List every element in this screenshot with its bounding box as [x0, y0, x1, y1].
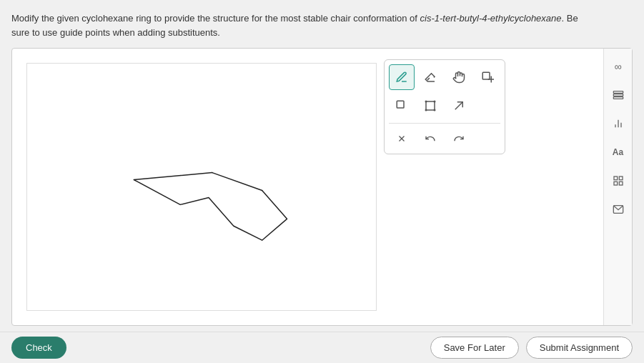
cancel-action-button[interactable]	[389, 128, 415, 149]
svg-rect-3	[397, 101, 404, 108]
chart-icon[interactable]	[608, 113, 629, 134]
svg-rect-25	[619, 182, 623, 185]
save-later-button[interactable]: Save For Later	[430, 337, 519, 359]
submit-assignment-button[interactable]: Submit Assignment	[526, 337, 633, 359]
svg-rect-23	[619, 176, 623, 180]
svg-rect-16	[613, 91, 623, 94]
instruction-before: Modify the given cyclohexane ring to pro…	[11, 13, 420, 24]
instruction-italic: cis-1-tert-butyl-4-ethylcyclohexane	[420, 13, 562, 24]
main-content: Modify the given cyclohexane ring to pro…	[0, 0, 644, 332]
toolbar-row-1	[389, 64, 500, 90]
toolbar-divider	[389, 123, 500, 124]
infinity-icon[interactable]: ∞	[608, 56, 629, 77]
mail-icon[interactable]	[608, 199, 629, 220]
text-aa-icon[interactable]: Aa	[608, 141, 629, 163]
ring-line	[212, 173, 262, 191]
svg-rect-24	[614, 182, 618, 185]
add-node-tool-button[interactable]	[475, 64, 500, 90]
pen-tool-button[interactable]	[389, 64, 415, 90]
svg-rect-22	[614, 176, 618, 180]
footer-bar: Check Save For Later Submit Assignment	[0, 332, 644, 363]
layers-icon[interactable]	[608, 84, 629, 106]
grid-icon[interactable]	[608, 170, 629, 192]
svg-point-12	[434, 109, 435, 111]
svg-rect-4	[426, 101, 435, 110]
resize-tool-button[interactable]	[417, 93, 443, 119]
svg-point-10	[434, 101, 435, 102]
ring-line2	[134, 173, 212, 180]
cyclohexane-shape	[134, 180, 287, 241]
toolbar-row-2	[389, 93, 500, 119]
svg-rect-18	[613, 97, 623, 99]
toolbar-actions-row	[389, 128, 500, 149]
svg-rect-0	[482, 72, 490, 79]
redo-action-button[interactable]	[446, 128, 472, 149]
arrow-tool-button[interactable]	[446, 93, 472, 119]
instruction-text: Modify the given cyclohexane ring to pro…	[11, 11, 633, 39]
select-tool-button[interactable]	[389, 93, 415, 119]
svg-point-9	[425, 101, 427, 102]
check-button[interactable]: Check	[11, 337, 66, 359]
canvas-area[interactable]	[26, 63, 377, 311]
undo-action-button[interactable]	[417, 128, 443, 149]
eraser-tool-button[interactable]	[417, 64, 443, 90]
footer-right-buttons: Save For Later Submit Assignment	[430, 337, 633, 359]
right-sidebar: ∞ Aa	[603, 49, 632, 325]
drawing-canvas[interactable]	[27, 64, 376, 310]
drawing-area-container: ∞ Aa	[11, 48, 633, 326]
toolbar-panel	[384, 59, 505, 154]
svg-point-11	[425, 109, 427, 111]
pan-tool-button[interactable]	[446, 64, 472, 90]
svg-rect-17	[613, 94, 623, 96]
svg-line-13	[455, 102, 463, 110]
